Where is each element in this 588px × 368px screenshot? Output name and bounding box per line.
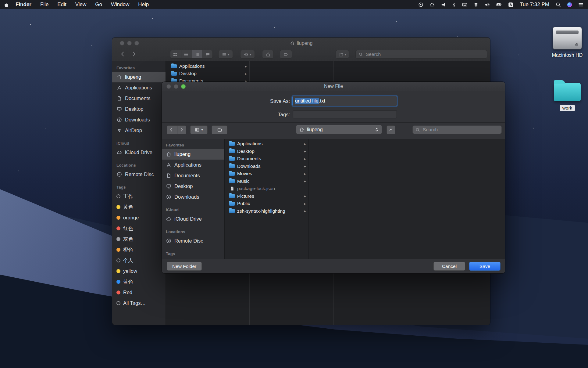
- browser-item[interactable]: Pictures▸: [225, 193, 308, 200]
- view-gallery-button[interactable]: [203, 50, 213, 58]
- desktop-icon-work-folder[interactable]: work: [544, 83, 588, 111]
- cloud-icon[interactable]: [429, 2, 435, 8]
- path-popup-button[interactable]: ▾: [336, 50, 349, 59]
- filename-selected-text: untitled file: [295, 98, 319, 104]
- search-input[interactable]: [365, 51, 484, 57]
- send-icon[interactable]: [440, 2, 446, 8]
- sidebar-tag-all-tags[interactable]: All Tags…: [112, 298, 166, 308]
- share-button[interactable]: [262, 50, 274, 59]
- sidebar-item-label: Applications: [125, 85, 152, 91]
- siri-icon[interactable]: [567, 2, 572, 8]
- battery-icon[interactable]: [496, 2, 502, 8]
- sidebar-item-airdrop[interactable]: AirDrop: [112, 125, 166, 136]
- bluetooth-icon[interactable]: [452, 2, 456, 8]
- keyboard-icon[interactable]: [462, 2, 468, 8]
- folder-icon: [229, 142, 235, 146]
- spotlight-icon[interactable]: [555, 2, 561, 8]
- search-input[interactable]: [422, 127, 499, 133]
- filename-field[interactable]: untitled file.txt: [293, 96, 397, 106]
- menu-go[interactable]: Go: [95, 2, 102, 8]
- view-list-button[interactable]: [181, 50, 191, 58]
- sidebar-item-liupeng[interactable]: liupeng: [112, 72, 166, 82]
- browser-item-file[interactable]: package-lock.json: [225, 185, 308, 193]
- sidebar-item-liupeng[interactable]: liupeng: [162, 149, 224, 160]
- sidebar-tag[interactable]: 橙色: [112, 244, 166, 255]
- sidebar-item-applications[interactable]: Applications: [162, 160, 224, 170]
- view-icons-button[interactable]: [170, 50, 180, 58]
- desktop-icon-macintosh-hd[interactable]: Macintosh HD: [544, 27, 588, 58]
- browser-item-label: Downloads: [237, 164, 301, 169]
- sidebar-tag[interactable]: 工作: [112, 191, 166, 202]
- tags-button[interactable]: [280, 50, 292, 59]
- cloud-icon: [116, 150, 122, 155]
- sidebar-item-remote-disc[interactable]: Remote Disc: [162, 236, 224, 246]
- sidebar-tag[interactable]: 个人: [112, 255, 166, 266]
- menu-finder[interactable]: Finder: [16, 2, 31, 8]
- airdrop-icon: [116, 128, 122, 133]
- sidebar-tag[interactable]: Red: [112, 287, 166, 298]
- browser-item[interactable]: zsh-syntax-highlighting▸: [225, 207, 308, 215]
- notification-center-icon[interactable]: [578, 2, 584, 8]
- disclosure-arrow: ▸: [304, 171, 306, 176]
- downloads-icon: [166, 194, 172, 200]
- sidebar-tag[interactable]: 黄色: [112, 202, 166, 212]
- input-source-icon[interactable]: [508, 2, 514, 8]
- browser-item[interactable]: Music▸: [225, 178, 308, 185]
- sidebar-section-favorites: Favorites: [112, 64, 166, 72]
- volume-icon[interactable]: [484, 2, 490, 8]
- cancel-button[interactable]: Cancel: [433, 262, 465, 271]
- expand-panel-button[interactable]: [387, 125, 395, 134]
- sidebar-tag[interactable]: 灰色: [112, 234, 166, 244]
- browser-item[interactable]: Documents▸: [225, 155, 308, 163]
- sidebar-item-icloud-drive[interactable]: iCloud Drive: [112, 147, 166, 158]
- location-popup[interactable]: liupeng: [296, 125, 382, 134]
- menu-window[interactable]: Window: [111, 2, 129, 8]
- menu-clock[interactable]: Tue 7:32 PM: [520, 2, 549, 8]
- disclosure-arrow: ▸: [245, 64, 247, 69]
- close-button[interactable]: [166, 84, 171, 89]
- sidebar-item-documents[interactable]: Documents: [162, 170, 224, 181]
- back-button[interactable]: [167, 126, 176, 134]
- sidebar-item-desktop[interactable]: Desktop: [162, 181, 224, 192]
- sidebar-tag[interactable]: yellow: [112, 266, 166, 276]
- sidebar-item-remote-disc[interactable]: Remote Disc: [112, 169, 166, 180]
- status-app-icon[interactable]: [418, 2, 424, 8]
- menu-edit[interactable]: Edit: [57, 2, 66, 8]
- menu-help[interactable]: Help: [138, 2, 149, 8]
- sidebar-tag[interactable]: 红色: [112, 223, 166, 234]
- tags-input[interactable]: [293, 110, 397, 118]
- back-button[interactable]: [119, 50, 127, 58]
- sidebar-tag[interactable]: orange: [112, 212, 166, 223]
- recent-places-button[interactable]: [212, 125, 227, 134]
- wifi-icon[interactable]: [473, 2, 479, 8]
- sidebar-item-desktop[interactable]: Desktop: [112, 104, 166, 114]
- menu-view[interactable]: View: [75, 2, 87, 8]
- view-columns-button[interactable]: [192, 50, 202, 58]
- sidebar-item-icloud-drive[interactable]: iCloud Drive: [162, 214, 224, 224]
- view-mode-button[interactable]: ▾: [190, 125, 208, 134]
- sidebar-item-downloads[interactable]: Downloads: [162, 192, 224, 202]
- sidebar-item-documents[interactable]: Documents: [112, 93, 166, 104]
- forward-button[interactable]: [130, 50, 138, 58]
- menu-file[interactable]: File: [40, 2, 48, 8]
- forward-button[interactable]: [177, 126, 186, 134]
- browser-item[interactable]: Public▸: [225, 200, 308, 207]
- browser-item[interactable]: Desktop▸: [225, 148, 308, 155]
- save-button[interactable]: Save: [469, 262, 501, 271]
- browser-item[interactable]: Movies▸: [225, 170, 308, 178]
- new-folder-button[interactable]: New Folder: [167, 262, 202, 271]
- tag-dot: [116, 301, 120, 305]
- browser-item[interactable]: Downloads▸: [225, 163, 308, 170]
- file-row[interactable]: Desktop▸: [166, 70, 249, 77]
- action-menu-button[interactable]: ▾: [240, 50, 255, 59]
- zoom-button[interactable]: [181, 84, 186, 89]
- sidebar-item-downloads[interactable]: Downloads: [112, 114, 166, 125]
- file-row[interactable]: Applications▸: [166, 63, 249, 70]
- minimize-button[interactable]: [174, 84, 178, 89]
- apple-menu[interactable]: [4, 2, 9, 8]
- browser-item[interactable]: Applications▸: [225, 140, 308, 148]
- disc-icon: [116, 171, 122, 177]
- group-button[interactable]: ▾: [218, 50, 233, 59]
- sidebar-item-applications[interactable]: Applications: [112, 82, 166, 93]
- sidebar-tag[interactable]: 蓝色: [112, 276, 166, 287]
